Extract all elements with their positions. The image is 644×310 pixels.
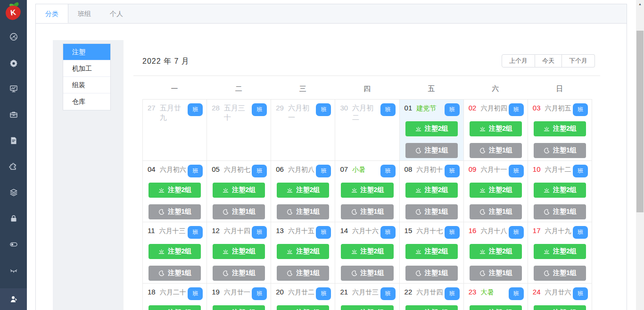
gear-icon[interactable] — [0, 55, 27, 70]
calendar-day-cell[interactable]: 09六月十一班注塑2组注塑1组 — [464, 161, 528, 222]
night-shift-button[interactable]: 注塑1组 — [470, 266, 522, 281]
day-shift-button[interactable]: 注塑2组 — [213, 305, 265, 310]
shift-badge-button[interactable]: 班 — [573, 165, 588, 177]
shift-badge-button[interactable]: 班 — [573, 103, 588, 116]
day-shift-button[interactable]: 注塑2组 — [277, 244, 329, 259]
tab-班组[interactable]: 班组 — [68, 4, 100, 23]
day-shift-button[interactable]: 注塑2组 — [341, 183, 393, 198]
calendar-day-cell[interactable]: 17六月十九班注塑2组注塑1组 — [528, 222, 592, 284]
day-shift-button[interactable]: 注塑2组 — [534, 244, 586, 259]
day-shift-button[interactable]: 注塑2组 — [277, 305, 329, 310]
day-shift-button[interactable]: 注塑2组 — [534, 183, 586, 198]
calendar-day-cell[interactable]: 11六月十三班注塑2组注塑1组 — [143, 222, 207, 284]
calendar-day-cell[interactable]: 20六月廿二班注塑2组注塑1组 — [271, 284, 335, 310]
layers-icon[interactable] — [0, 185, 27, 200]
tab-个人[interactable]: 个人 — [100, 4, 132, 23]
shift-badge-button[interactable]: 班 — [445, 103, 460, 116]
day-shift-button[interactable]: 注塑2组 — [405, 121, 458, 136]
shift-badge-button[interactable]: 班 — [252, 103, 267, 116]
calendar-nav-button[interactable]: 上个月 — [502, 54, 535, 67]
shift-badge-button[interactable]: 班 — [188, 165, 203, 177]
calendar-day-cell[interactable]: 16六月十八班注塑2组注塑1组 — [464, 222, 528, 284]
calendar-day-cell[interactable]: 04六月初六班注塑2组注塑1组 — [143, 161, 207, 222]
briefcase-icon[interactable] — [0, 107, 27, 122]
calendar-day-cell[interactable]: 22六月廿四班注塑2组注塑1组 — [400, 284, 464, 310]
monitor-chart-icon[interactable] — [0, 81, 27, 96]
shift-badge-button[interactable]: 班 — [445, 226, 460, 239]
shift-badge-button[interactable]: 班 — [509, 165, 524, 177]
shift-badge-button[interactable]: 班 — [188, 103, 203, 116]
shift-badge-button[interactable]: 班 — [380, 287, 396, 300]
eye-closed-icon[interactable] — [0, 263, 27, 278]
shift-badge-button[interactable]: 班 — [380, 226, 396, 239]
shift-badge-button[interactable]: 班 — [188, 287, 203, 300]
calendar-day-cell[interactable]: 06六月初八班注塑2组注塑1组 — [271, 161, 335, 222]
night-shift-button[interactable]: 注塑1组 — [470, 143, 522, 158]
day-shift-button[interactable]: 注塑2组 — [470, 121, 522, 136]
calendar-day-cell[interactable]: 08六月初十班注塑2组注塑1组 — [400, 161, 464, 222]
shift-badge-button[interactable]: 班 — [252, 226, 267, 239]
calendar-day-cell[interactable]: 29六月初一班 — [271, 100, 335, 161]
shift-badge-button[interactable]: 班 — [573, 226, 588, 239]
calendar-day-cell[interactable]: 23大暑班注塑2组注塑1组 — [464, 284, 528, 310]
night-shift-button[interactable]: 注塑1组 — [213, 204, 265, 219]
calendar-day-cell[interactable]: 01建党节班注塑2组注塑1组 — [400, 100, 464, 161]
category-item-注塑[interactable]: 注塑 — [63, 44, 110, 60]
night-shift-button[interactable]: 注塑1组 — [405, 266, 458, 281]
day-shift-button[interactable]: 注塑2组 — [470, 244, 522, 259]
shift-badge-button[interactable]: 班 — [188, 226, 203, 239]
scroll-up-icon[interactable]: ▲ — [636, 0, 644, 8]
calendar-day-cell[interactable]: 05六月初七班注塑2组注塑1组 — [207, 161, 271, 222]
shift-badge-button[interactable]: 班 — [509, 287, 524, 300]
night-shift-button[interactable]: 注塑1组 — [277, 266, 329, 281]
document-icon[interactable] — [0, 133, 27, 148]
day-shift-button[interactable]: 注塑2组 — [277, 183, 329, 198]
day-shift-button[interactable]: 注塑2组 — [405, 305, 458, 310]
vertical-scrollbar[interactable]: ▲ — [636, 0, 644, 310]
app-logo[interactable]: K — [6, 4, 22, 21]
calendar-day-cell[interactable]: 03六月初五班注塑2组注塑1组 — [528, 100, 592, 161]
shift-badge-button[interactable]: 班 — [252, 287, 267, 300]
night-shift-button[interactable]: 注塑1组 — [341, 204, 393, 219]
night-shift-button[interactable]: 注塑1组 — [534, 204, 586, 219]
calendar-day-cell[interactable]: 24六月廿六班注塑2组注塑1组 — [528, 284, 592, 310]
calendar-day-cell[interactable]: 30六月初二班 — [335, 100, 399, 161]
shift-badge-button[interactable]: 班 — [316, 226, 331, 239]
night-shift-button[interactable]: 注塑1组 — [405, 204, 458, 219]
night-shift-button[interactable]: 注塑1组 — [534, 266, 586, 281]
calendar-day-cell[interactable]: 14六月十六班注塑2组注塑1组 — [335, 222, 399, 284]
night-shift-button[interactable]: 注塑1组 — [405, 143, 458, 158]
day-shift-button[interactable]: 注塑2组 — [213, 244, 265, 259]
day-shift-button[interactable]: 注塑2组 — [534, 305, 586, 310]
calendar-day-cell[interactable]: 27五月廿九班 — [143, 100, 207, 161]
calendar-day-cell[interactable]: 13六月十五班注塑2组注塑1组 — [271, 222, 335, 284]
shift-badge-button[interactable]: 班 — [445, 287, 460, 300]
shift-badge-button[interactable]: 班 — [380, 165, 396, 177]
night-shift-button[interactable]: 注塑1组 — [534, 143, 586, 158]
calendar-day-cell[interactable]: 02六月初四班注塑2组注塑1组 — [464, 100, 528, 161]
shift-badge-button[interactable]: 班 — [573, 287, 588, 300]
day-shift-button[interactable]: 注塑2组 — [341, 305, 393, 310]
calendar-day-cell[interactable]: 28五月三十班 — [207, 100, 271, 161]
calendar-day-cell[interactable]: 21六月廿三班注塑2组注塑1组 — [335, 284, 399, 310]
shift-badge-button[interactable]: 班 — [316, 287, 331, 300]
calendar-day-cell[interactable]: 18六月二十班注塑2组注塑1组 — [143, 284, 207, 310]
day-shift-button[interactable]: 注塑2组 — [149, 244, 201, 259]
calendar-day-cell[interactable]: 07小暑班注塑2组注塑1组 — [335, 161, 399, 222]
category-item-仓库[interactable]: 仓库 — [63, 93, 110, 110]
category-item-组装[interactable]: 组装 — [63, 77, 110, 93]
shift-badge-button[interactable]: 班 — [509, 226, 524, 239]
night-shift-button[interactable]: 注塑1组 — [341, 266, 393, 281]
scrollbar-thumb[interactable] — [636, 31, 644, 212]
day-shift-button[interactable]: 注塑2组 — [405, 183, 458, 198]
shift-badge-button[interactable]: 班 — [380, 103, 396, 116]
night-shift-button[interactable]: 注塑1组 — [470, 204, 522, 219]
night-shift-button[interactable]: 注塑1组 — [149, 266, 201, 281]
shift-badge-button[interactable]: 班 — [316, 165, 331, 177]
day-shift-button[interactable]: 注塑2组 — [149, 305, 201, 310]
night-shift-button[interactable]: 注塑1组 — [213, 266, 265, 281]
day-shift-button[interactable]: 注塑2组 — [341, 244, 393, 259]
day-shift-button[interactable]: 注塑2组 — [149, 183, 201, 198]
calendar-day-cell[interactable]: 10六月十二班注塑2组注塑1组 — [528, 161, 592, 222]
calendar-day-cell[interactable]: 15六月十七班注塑2组注塑1组 — [400, 222, 464, 284]
